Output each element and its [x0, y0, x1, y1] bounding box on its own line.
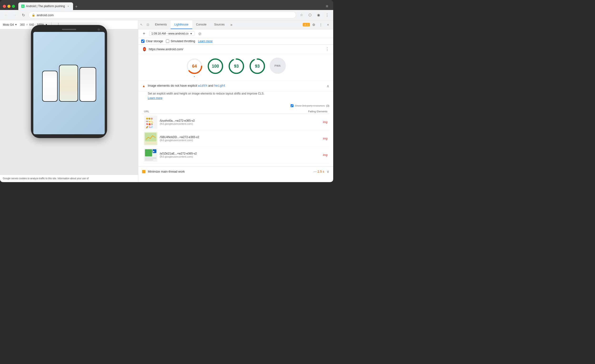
score-seo: 93 [249, 58, 266, 77]
inner-screen-2 [59, 65, 78, 101]
show-3rd-party-label: Show 3rd-party resources [295, 104, 325, 107]
device-selector[interactable]: Moto G4 ▼ [3, 23, 17, 26]
resource-domain-1: (lh3.googleusercontent.com) [160, 122, 321, 125]
tab-more[interactable]: » [228, 20, 234, 29]
lock-icon: 🔒 [32, 13, 35, 17]
learn-more-link[interactable]: Learn more [198, 40, 212, 43]
resource-url-1: /lzuohvi0a...=w272-e365-v2 [160, 119, 321, 122]
maximize-button[interactable] [12, 5, 15, 8]
close-button[interactable] [3, 5, 6, 8]
tab-close-button[interactable]: × [66, 4, 70, 8]
issue-expand-button[interactable]: ∧ [326, 84, 329, 88]
more-options-button[interactable]: ⋮ [318, 21, 324, 28]
bottom-issue-title: Minimize main-thread work [148, 170, 311, 173]
window-menu-icon[interactable]: ⊞ [324, 3, 330, 9]
resource-element-2: img [323, 137, 327, 140]
tab-favicon: A [21, 5, 25, 8]
back-button[interactable]: ← [3, 12, 9, 18]
bottom-issue-icon [142, 170, 145, 173]
resource-row-3: ▶ /yOZkl21aE...=w272-e365-v2 (lh3.google… [142, 147, 329, 163]
title-bar: A Android | The platform pushing × + ⊞ [0, 0, 333, 10]
score-best-practices: 93 [228, 58, 245, 77]
clear-storage-checkbox[interactable] [141, 40, 144, 43]
issue-code-height: height [214, 84, 225, 87]
score-pwa: PWA [270, 58, 286, 77]
cursor-tool[interactable]: ↖ [138, 23, 145, 26]
phone-top-bar [33, 29, 105, 30]
resource-element-1: img [323, 121, 327, 124]
bottom-issue-row[interactable]: Minimize main-thread work — 2.5 s ∨ [138, 166, 333, 177]
timestamp-text: 1:09:16 AM - www.android.co [151, 32, 189, 35]
url-more-button[interactable]: ⋮ [325, 46, 329, 52]
tab-console[interactable]: Console [192, 20, 210, 29]
resources-section: Show 3rd-party resources (3) URL Failing… [138, 103, 333, 166]
show-3rd-party-checkbox[interactable] [290, 104, 293, 107]
extension-button[interactable]: ⬡ [306, 12, 313, 18]
svg-text:100: 100 [212, 64, 219, 69]
issue-code-width: width [198, 84, 207, 87]
issue-title: Image elements do not have explicit widt… [148, 84, 225, 87]
svg-rect-21 [145, 149, 152, 157]
tab-elements[interactable]: Elements [151, 20, 171, 29]
reload-button[interactable]: ↻ [20, 12, 27, 18]
score-accessibility-ring: 100 [207, 58, 224, 75]
chrome-menu-button[interactable]: ⋮ [324, 12, 330, 18]
resource-url-2: /SBU4NckDD...=w272-e365-v2 [160, 136, 321, 139]
resource-row-1: 😊😂🎉 🐶🌟💫 🎈🎁🎊 🌈🦄💎 /lzuohvi0a...=w272-e365-… [142, 114, 329, 130]
responsive-tool[interactable]: ⊡ [145, 23, 151, 26]
devtools-panel: ↖ ⊡ Elements Lighthouse Console Sources [138, 20, 333, 182]
devtools-content[interactable]: 🏮 https://www.android.com/ ⋮ 64 [138, 44, 333, 182]
inner-phone-3 [79, 67, 96, 102]
phone-screenshot [33, 32, 105, 134]
phone-speaker [62, 29, 76, 30]
tab-sources[interactable]: Sources [210, 20, 228, 29]
new-tab-button[interactable]: + [73, 3, 80, 10]
close-devtools-button[interactable]: × [325, 21, 331, 28]
url-row: 🏮 https://www.android.com/ ⋮ [138, 44, 333, 54]
clear-button[interactable]: ⊘ [197, 31, 203, 36]
inner-phone-1 [42, 71, 58, 102]
score-performance-ring: 64 [186, 58, 203, 75]
devtools-actions: ⚠ 1 ⚙ ⋮ × [301, 21, 333, 28]
profile-button[interactable]: ◉ [315, 12, 322, 18]
score-performance: 64 [186, 58, 203, 77]
forward-button[interactable]: → [11, 12, 18, 18]
simulated-throttling-text: Simulated throttling [171, 40, 195, 43]
simulated-throttling-checkbox[interactable] [166, 40, 169, 43]
browser-window: A Android | The platform pushing × + ⊞ ←… [0, 0, 333, 182]
add-audit-button[interactable]: + [141, 31, 147, 36]
resource-url-group-2: /SBU4NckDD...=w272-e365-v2 (lh3.googleus… [160, 136, 321, 142]
resource-url-3: /yOZkl21aE...=w272-e365-v2 [160, 152, 321, 155]
devtools-tabs: Elements Lighthouse Console Sources » [151, 20, 301, 29]
score-best-practices-ring: 93 [228, 58, 245, 75]
active-tab[interactable]: A Android | The platform pushing × [18, 2, 73, 10]
resource-domain-2: (lh3.googleusercontent.com) [160, 139, 321, 142]
lighthouse-toolbar: + 1:09:16 AM - www.android.co ▼ ⊘ [138, 29, 333, 38]
resources-filter: Show 3rd-party resources (3) [290, 104, 329, 107]
bookmark-button[interactable]: ☆ [298, 12, 305, 18]
settings-row: Clear storage Simulated throttling Learn… [138, 38, 333, 44]
dimension-separator: × [26, 23, 28, 26]
address-field[interactable]: 🔒 android.com [28, 11, 296, 19]
clear-storage-label[interactable]: Clear storage [141, 40, 163, 43]
tab-lighthouse[interactable]: Lighthouse [171, 20, 192, 29]
image-issue-row[interactable]: ▲ Image elements do not have explicit wi… [138, 81, 333, 91]
address-bar-row: ← → ↻ 🔒 android.com ☆ ⬡ ◉ ⋮ [0, 10, 333, 20]
resource-thumb-3: ▶ [144, 148, 157, 162]
resource-row-2: /SBU4NckDD...=w272-e365-v2 (lh3.googleus… [142, 130, 329, 147]
phone-outer [31, 25, 107, 138]
simulated-throttling-label[interactable]: Simulated throttling [166, 40, 195, 43]
svg-rect-23 [145, 159, 153, 160]
issue-learn-more-link[interactable]: Learn more [148, 96, 162, 100]
issue-title-and: and [207, 84, 214, 87]
svg-text:🎈🎁🎊: 🎈🎁🎊 [146, 123, 153, 125]
settings-button[interactable]: ⚙ [310, 21, 317, 28]
issue-description-text: Set an explicit width and height on imag… [148, 92, 264, 95]
minimize-button[interactable] [7, 5, 10, 8]
timestamp-selector[interactable]: 1:09:16 AM - www.android.co ▼ [149, 31, 194, 36]
thumb-svg-3: ▶ [144, 148, 157, 162]
thumb-svg-2 [144, 132, 157, 145]
bottom-issue-chevron[interactable]: ∨ [326, 169, 329, 174]
address-bar-actions: ☆ ⬡ ◉ ⋮ [298, 12, 330, 18]
devtools-header: ↖ ⊡ Elements Lighthouse Console Sources [138, 20, 333, 29]
